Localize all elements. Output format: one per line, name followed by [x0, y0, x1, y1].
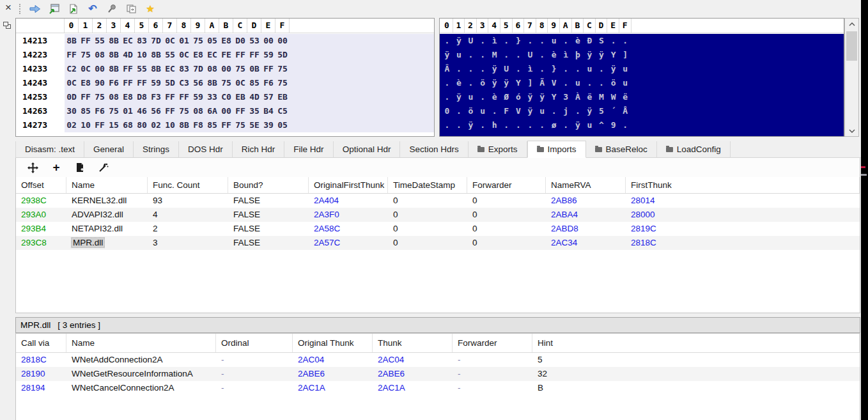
ascii-char-cell[interactable]: j	[560, 104, 572, 118]
hex-byte-cell[interactable]: FF	[79, 34, 93, 48]
ascii-char-cell[interactable]: Y	[513, 76, 525, 90]
ascii-char-cell[interactable]: .	[513, 118, 525, 132]
ascii-char-cell[interactable]: ÿ	[488, 76, 500, 90]
ascii-char-cell[interactable]: À	[572, 90, 584, 104]
ascii-char-cell[interactable]: .	[619, 34, 632, 48]
column-header[interactable]: Offset	[16, 177, 66, 193]
ascii-char-cell[interactable]: .	[500, 34, 513, 48]
hex-byte-cell[interactable]: 59	[149, 76, 163, 90]
hex-byte-cell[interactable]: 8B	[107, 48, 121, 62]
ascii-char-cell[interactable]: U	[500, 62, 513, 76]
hex-byte-cell[interactable]: 8B	[177, 118, 191, 132]
hex-byte-cell[interactable]: 0C	[233, 76, 247, 90]
hex-byte-cell[interactable]: FF	[177, 90, 191, 104]
ascii-char-cell[interactable]: .	[500, 118, 513, 132]
hex-byte-cell[interactable]: 00	[93, 62, 107, 76]
ascii-char-cell[interactable]: ÿ	[584, 48, 596, 62]
hex-byte-cell[interactable]: 75	[177, 104, 191, 118]
hex-byte-cell[interactable]: 05	[205, 34, 219, 48]
ascii-char-cell[interactable]: .	[477, 34, 489, 48]
hex-byte-cell[interactable]: FF	[233, 48, 247, 62]
ascii-char-cell[interactable]: ø	[548, 118, 560, 132]
ascii-char-cell[interactable]: .	[477, 90, 489, 104]
hex-byte-cell[interactable]: EC	[163, 62, 177, 76]
ascii-char-cell[interactable]: ÿ	[607, 62, 619, 76]
hex-byte-cell[interactable]: FF	[121, 76, 135, 90]
hex-byte-cell[interactable]: 7D	[191, 62, 205, 76]
hex-byte-cell[interactable]: 00	[219, 62, 233, 76]
ascii-char-cell[interactable]: .	[441, 76, 453, 90]
ascii-char-cell[interactable]: .	[560, 62, 572, 76]
hex-byte-cell[interactable]: 85	[79, 104, 93, 118]
hex-byte-cell[interactable]: FF	[121, 62, 135, 76]
hex-byte-cell[interactable]: 53	[247, 34, 261, 48]
hex-byte-cell[interactable]: D0	[233, 34, 247, 48]
hex-byte-cell[interactable]: 8B	[205, 76, 219, 90]
hex-byte-cell[interactable]: 57	[261, 90, 275, 104]
ascii-char-cell[interactable]: .	[513, 62, 525, 76]
ascii-char-cell[interactable]: u	[536, 104, 548, 118]
copy-icon[interactable]	[123, 3, 139, 15]
ascii-char-cell[interactable]: ÿ	[453, 34, 465, 48]
hex-byte-cell[interactable]: 56	[191, 76, 205, 90]
ascii-char-cell[interactable]: 5	[596, 104, 608, 118]
hex-byte-cell[interactable]: FF	[163, 90, 177, 104]
ascii-char-cell[interactable]: u	[584, 118, 596, 132]
ascii-char-cell[interactable]: .	[441, 90, 453, 104]
table-row[interactable]: 28194WNetCancelConnection2A-2AC1A2AC1A-B	[16, 381, 860, 395]
ascii-char-cell[interactable]: }	[513, 34, 525, 48]
column-header[interactable]: Thunk	[373, 334, 453, 352]
table-row[interactable]: 2938CKERNEL32.dll93FALSE2A404002AB862801…	[16, 194, 860, 208]
ascii-char-cell[interactable]: U	[524, 48, 536, 62]
hex-byte-cell[interactable]: 46	[135, 104, 149, 118]
column-header[interactable]: Forwarder	[467, 177, 546, 193]
ascii-char-cell[interactable]: .	[465, 48, 477, 62]
hex-byte-cell[interactable]: 39	[261, 118, 275, 132]
ascii-char-cell[interactable]: ë	[584, 90, 596, 104]
ascii-char-cell[interactable]: u	[572, 76, 584, 90]
ascii-char-cell[interactable]: Ð	[584, 34, 596, 48]
hex-byte-cell[interactable]: EB	[233, 90, 247, 104]
hex-byte-cell[interactable]: 7D	[149, 34, 163, 48]
ascii-char-cell[interactable]: ì	[524, 62, 536, 76]
ascii-char-cell[interactable]: Y	[607, 48, 619, 62]
hex-byte-cell[interactable]: F8	[191, 118, 205, 132]
tab-rich-hdr[interactable]: Rich Hdr	[233, 141, 285, 157]
ascii-char-cell[interactable]: ^	[596, 118, 608, 132]
tab-section-hdrs[interactable]: Section Hdrs	[400, 141, 468, 157]
hex-byte-cell[interactable]: 75	[219, 76, 233, 90]
ascii-char-cell[interactable]: Â	[441, 62, 453, 76]
hex-byte-cell[interactable]: 08	[191, 104, 205, 118]
ascii-char-cell[interactable]: }	[548, 62, 560, 76]
ascii-char-cell[interactable]: ÿ	[488, 62, 500, 76]
hex-byte-cell[interactable]: 05	[275, 118, 290, 132]
ascii-char-cell[interactable]: M	[488, 48, 500, 62]
hex-byte-cell[interactable]: 5E	[247, 118, 261, 132]
hex-byte-cell[interactable]: 75	[275, 76, 290, 90]
add-icon[interactable]: +	[47, 160, 65, 175]
hex-byte-cell[interactable]: FF	[135, 76, 149, 90]
ascii-char-cell[interactable]: ]	[619, 48, 632, 62]
table-row[interactable]: 28190WNetGetResourceInformationA-2ABE62A…	[16, 367, 860, 381]
close-icon[interactable]: ×	[3, 1, 14, 14]
move-icon[interactable]	[24, 160, 42, 175]
ascii-char-cell[interactable]: u	[477, 104, 489, 118]
ascii-char-cell[interactable]: ÿ	[572, 118, 584, 132]
ascii-char-cell[interactable]: .	[596, 76, 608, 90]
tab-optional-hdr[interactable]: Optional Hdr	[334, 141, 401, 157]
tab-exports[interactable]: Exports	[469, 141, 527, 157]
hex-byte-cell[interactable]: 8B	[107, 62, 121, 76]
ascii-char-cell[interactable]: ÿ	[524, 90, 536, 104]
hex-byte-cell[interactable]: 0B	[247, 62, 261, 76]
ascii-char-cell[interactable]: .	[477, 62, 489, 76]
add-file-icon[interactable]	[71, 160, 89, 175]
ascii-char-cell[interactable]: è	[548, 48, 560, 62]
hex-byte-cell[interactable]: 90	[93, 76, 107, 90]
ascii-char-cell[interactable]: .	[513, 48, 525, 62]
ascii-char-cell[interactable]: ë	[619, 90, 632, 104]
ascii-char-cell[interactable]: u	[453, 48, 465, 62]
hex-byte-cell[interactable]: 01	[121, 104, 135, 118]
ascii-char-cell[interactable]: .	[536, 48, 548, 62]
hex-byte-cell[interactable]: 68	[121, 118, 135, 132]
scroll-down-icon[interactable]	[845, 125, 858, 136]
